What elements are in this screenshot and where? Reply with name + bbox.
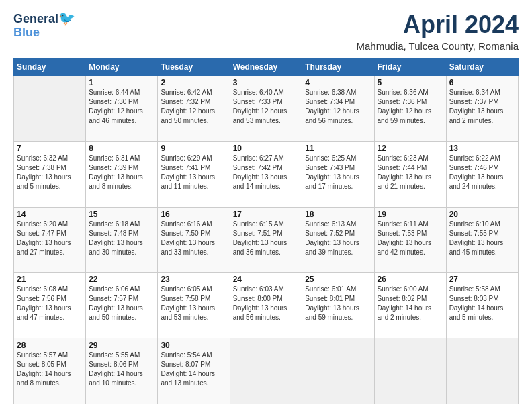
table-cell: 21 Sunrise: 6:08 AMSunset: 7:56 PMDaylig… — [14, 273, 86, 338]
table-cell: 7 Sunrise: 6:32 AMSunset: 7:38 PMDayligh… — [14, 141, 86, 207]
day-number: 21 — [17, 275, 83, 284]
table-cell: 15 Sunrise: 6:18 AMSunset: 7:48 PMDaylig… — [86, 207, 158, 273]
day-info: Sunrise: 6:15 AMSunset: 7:51 PMDaylight:… — [233, 220, 287, 256]
table-cell — [374, 338, 446, 404]
table-cell: 2 Sunrise: 6:42 AMSunset: 7:32 PMDayligh… — [158, 76, 230, 142]
table-cell: 25 Sunrise: 6:01 AMSunset: 8:01 PMDaylig… — [302, 273, 374, 338]
day-info: Sunrise: 6:31 AMSunset: 7:39 PMDaylight:… — [89, 154, 143, 190]
day-info: Sunrise: 6:40 AMSunset: 7:33 PMDaylight:… — [233, 89, 287, 124]
day-info: Sunrise: 6:36 AMSunset: 7:36 PMDaylight:… — [378, 89, 432, 124]
col-wednesday: Wednesday — [230, 59, 302, 76]
calendar-week-row: 7 Sunrise: 6:32 AMSunset: 7:38 PMDayligh… — [14, 141, 519, 207]
title-section: April 2024 Mahmudia, Tulcea County, Roma… — [356, 11, 519, 52]
day-number: 17 — [233, 210, 300, 219]
day-info: Sunrise: 6:32 AMSunset: 7:38 PMDaylight:… — [17, 154, 71, 190]
day-number: 28 — [17, 340, 83, 350]
day-info: Sunrise: 6:00 AMSunset: 8:02 PMDaylight:… — [378, 285, 432, 321]
day-info: Sunrise: 6:38 AMSunset: 7:34 PMDaylight:… — [305, 89, 359, 124]
location-subtitle: Mahmudia, Tulcea County, Romania — [356, 40, 519, 52]
table-cell — [14, 76, 86, 142]
table-cell — [230, 338, 302, 404]
calendar-week-row: 21 Sunrise: 6:08 AMSunset: 7:56 PMDaylig… — [14, 273, 519, 338]
table-cell: 3 Sunrise: 6:40 AMSunset: 7:33 PMDayligh… — [230, 76, 302, 142]
table-cell: 20 Sunrise: 6:10 AMSunset: 7:55 PMDaylig… — [446, 207, 518, 273]
table-cell: 9 Sunrise: 6:29 AMSunset: 7:41 PMDayligh… — [158, 141, 230, 207]
day-number: 14 — [17, 210, 83, 219]
calendar-week-row: 14 Sunrise: 6:20 AMSunset: 7:47 PMDaylig… — [14, 207, 519, 273]
table-cell: 18 Sunrise: 6:13 AMSunset: 7:52 PMDaylig… — [302, 207, 374, 273]
day-number: 23 — [161, 275, 226, 284]
day-number: 11 — [305, 144, 371, 153]
day-number: 13 — [449, 144, 515, 153]
table-cell: 30 Sunrise: 5:54 AMSunset: 8:07 PMDaylig… — [158, 338, 230, 404]
day-number: 30 — [161, 340, 226, 350]
day-number: 8 — [89, 144, 154, 153]
table-cell: 26 Sunrise: 6:00 AMSunset: 8:02 PMDaylig… — [374, 273, 446, 338]
table-cell: 8 Sunrise: 6:31 AMSunset: 7:39 PMDayligh… — [86, 141, 158, 207]
table-cell: 16 Sunrise: 6:16 AMSunset: 7:50 PMDaylig… — [158, 207, 230, 273]
day-number: 20 — [449, 210, 515, 219]
day-number: 5 — [378, 78, 443, 87]
table-cell: 23 Sunrise: 6:05 AMSunset: 7:58 PMDaylig… — [158, 273, 230, 338]
logo-general: General — [13, 12, 58, 26]
day-info: Sunrise: 6:34 AMSunset: 7:37 PMDaylight:… — [449, 89, 504, 124]
day-info: Sunrise: 6:44 AMSunset: 7:30 PMDaylight:… — [89, 89, 143, 124]
calendar-table: Sunday Monday Tuesday Wednesday Thursday… — [13, 58, 519, 404]
day-number: 4 — [305, 78, 371, 87]
logo-bird: 🐦 — [58, 11, 75, 26]
table-cell: 13 Sunrise: 6:22 AMSunset: 7:46 PMDaylig… — [446, 141, 518, 207]
table-cell: 11 Sunrise: 6:25 AMSunset: 7:43 PMDaylig… — [302, 141, 374, 207]
day-number: 2 — [161, 78, 226, 87]
table-cell: 1 Sunrise: 6:44 AMSunset: 7:30 PMDayligh… — [86, 76, 158, 142]
day-info: Sunrise: 6:22 AMSunset: 7:46 PMDaylight:… — [449, 154, 504, 190]
table-cell: 14 Sunrise: 6:20 AMSunset: 7:47 PMDaylig… — [14, 207, 86, 273]
col-tuesday: Tuesday — [158, 59, 230, 76]
day-number: 18 — [305, 210, 371, 219]
day-number: 12 — [378, 144, 443, 153]
col-sunday: Sunday — [14, 59, 86, 76]
day-number: 19 — [378, 210, 443, 219]
day-number: 22 — [89, 275, 154, 284]
day-number: 25 — [305, 275, 371, 284]
day-info: Sunrise: 6:20 AMSunset: 7:47 PMDaylight:… — [17, 220, 71, 256]
day-number: 6 — [449, 78, 515, 87]
day-number: 3 — [233, 78, 300, 87]
day-info: Sunrise: 6:11 AMSunset: 7:53 PMDaylight:… — [378, 220, 432, 256]
day-info: Sunrise: 5:57 AMSunset: 8:05 PMDaylight:… — [17, 351, 71, 387]
col-monday: Monday — [86, 59, 158, 76]
day-number: 24 — [233, 275, 300, 284]
page: General🐦 Blue April 2024 Mahmudia, Tulce… — [0, 0, 532, 411]
table-cell: 5 Sunrise: 6:36 AMSunset: 7:36 PMDayligh… — [374, 76, 446, 142]
table-cell: 4 Sunrise: 6:38 AMSunset: 7:34 PMDayligh… — [302, 76, 374, 142]
day-number: 1 — [89, 78, 154, 87]
day-number: 9 — [161, 144, 226, 153]
table-cell: 17 Sunrise: 6:15 AMSunset: 7:51 PMDaylig… — [230, 207, 302, 273]
day-info: Sunrise: 5:55 AMSunset: 8:06 PMDaylight:… — [89, 351, 143, 387]
day-number: 16 — [161, 210, 226, 219]
table-cell — [302, 338, 374, 404]
col-thursday: Thursday — [302, 59, 374, 76]
day-info: Sunrise: 6:29 AMSunset: 7:41 PMDaylight:… — [161, 154, 215, 190]
col-saturday: Saturday — [446, 59, 518, 76]
day-info: Sunrise: 6:10 AMSunset: 7:55 PMDaylight:… — [449, 220, 504, 256]
table-cell: 22 Sunrise: 6:06 AMSunset: 7:57 PMDaylig… — [86, 273, 158, 338]
month-title: April 2024 — [356, 11, 519, 39]
day-info: Sunrise: 6:13 AMSunset: 7:52 PMDaylight:… — [305, 220, 359, 256]
day-number: 10 — [233, 144, 300, 153]
day-number: 27 — [449, 275, 515, 284]
table-cell: 10 Sunrise: 6:27 AMSunset: 7:42 PMDaylig… — [230, 141, 302, 207]
day-info: Sunrise: 6:16 AMSunset: 7:50 PMDaylight:… — [161, 220, 215, 256]
calendar-week-row: 1 Sunrise: 6:44 AMSunset: 7:30 PMDayligh… — [14, 76, 519, 142]
table-cell: 6 Sunrise: 6:34 AMSunset: 7:37 PMDayligh… — [446, 76, 518, 142]
table-cell: 28 Sunrise: 5:57 AMSunset: 8:05 PMDaylig… — [14, 338, 86, 404]
day-info: Sunrise: 6:42 AMSunset: 7:32 PMDaylight:… — [161, 89, 215, 124]
header: General🐦 Blue April 2024 Mahmudia, Tulce… — [13, 11, 519, 52]
table-cell: 24 Sunrise: 6:03 AMSunset: 8:00 PMDaylig… — [230, 273, 302, 338]
day-info: Sunrise: 6:08 AMSunset: 7:56 PMDaylight:… — [17, 285, 71, 321]
table-cell — [446, 338, 518, 404]
day-info: Sunrise: 6:01 AMSunset: 8:01 PMDaylight:… — [305, 285, 359, 321]
calendar-header-row: Sunday Monday Tuesday Wednesday Thursday… — [14, 59, 519, 76]
day-number: 29 — [89, 340, 154, 350]
day-info: Sunrise: 6:25 AMSunset: 7:43 PMDaylight:… — [305, 154, 359, 190]
day-info: Sunrise: 6:05 AMSunset: 7:58 PMDaylight:… — [161, 285, 215, 321]
